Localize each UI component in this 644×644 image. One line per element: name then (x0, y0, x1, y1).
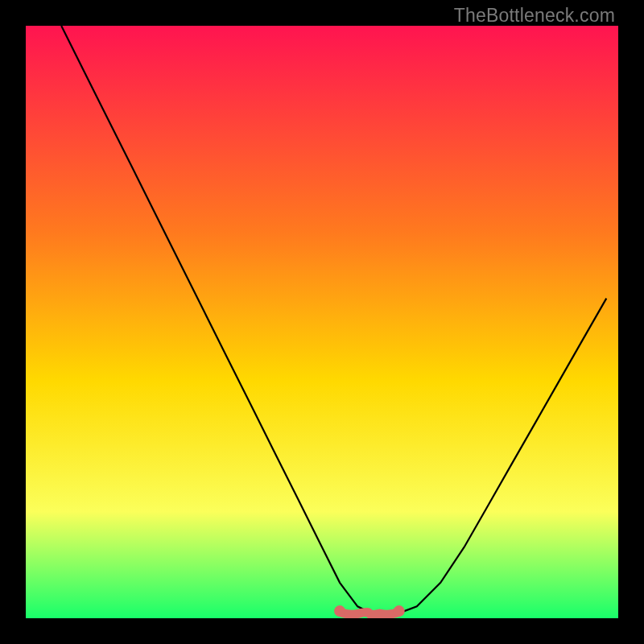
flat-region-marker (340, 612, 399, 615)
chart-svg (26, 26, 618, 618)
gradient-bg (26, 26, 618, 618)
chart-frame (26, 26, 618, 618)
flat-region-dot-right (394, 605, 405, 617)
flat-region-dot-left (334, 605, 345, 617)
watermark-text: TheBottleneck.com (454, 5, 615, 27)
